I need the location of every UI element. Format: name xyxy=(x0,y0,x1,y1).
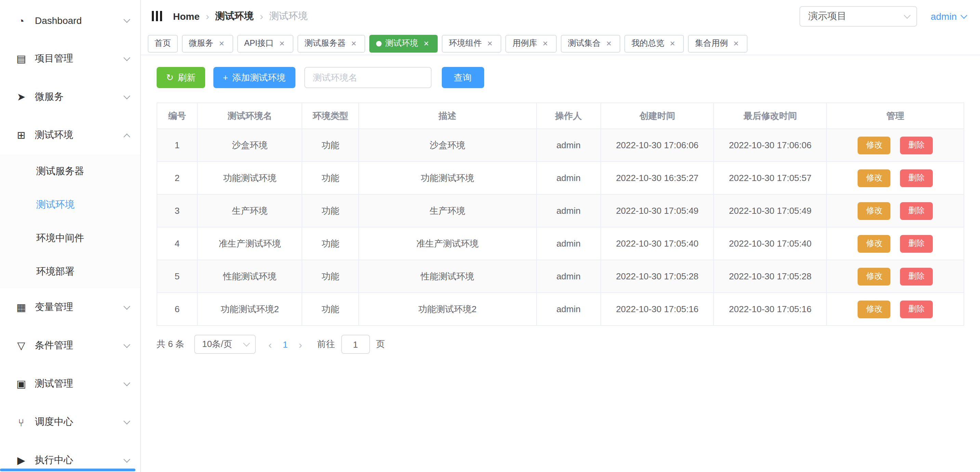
menu-icon: ▤ xyxy=(14,52,29,65)
sidebar-submenu: 测试服务器 测试环境 环境中间件 环境部署 xyxy=(0,154,140,288)
close-icon[interactable]: × xyxy=(668,39,678,48)
column-header: 操作人 xyxy=(536,103,601,129)
tab-label: 集合用例 xyxy=(695,38,728,49)
cell-actions: 修改 删除 xyxy=(827,162,964,194)
close-icon[interactable]: × xyxy=(541,39,550,48)
breadcrumb-home[interactable]: Home xyxy=(173,11,200,22)
cell-id: 2 xyxy=(157,162,197,194)
tags-view-bar: 首页 微服务 × API接口 × xyxy=(141,32,980,55)
delete-button[interactable]: 删除 xyxy=(900,136,933,154)
sidebar-subitem[interactable]: 环境中间件 xyxy=(0,221,140,255)
sidebar-item-label: 变量管理 xyxy=(35,301,124,314)
sidebar-scrollbar[interactable] xyxy=(0,469,135,471)
breadcrumb-current: 测试环境 xyxy=(269,10,308,22)
tab[interactable]: 微服务 × xyxy=(182,35,233,52)
sidebar-item[interactable]: ▽ 条件管理 xyxy=(0,326,140,365)
goto-page-input[interactable] xyxy=(341,335,370,354)
sidebar-item[interactable]: ▤ 项目管理 xyxy=(0,40,140,78)
sidebar-subitem[interactable]: 测试环境 xyxy=(0,188,140,221)
close-icon[interactable]: × xyxy=(732,39,741,48)
header-right: 演示项目 admin xyxy=(799,6,966,26)
tab[interactable]: 用例库 × xyxy=(506,35,557,52)
close-icon[interactable]: × xyxy=(217,39,226,48)
sidebar-item-label: 调度中心 xyxy=(35,416,124,428)
cell-operator: admin xyxy=(536,194,601,227)
current-page-number[interactable]: 1 xyxy=(283,339,288,349)
close-icon[interactable]: × xyxy=(422,39,431,48)
column-header: 管理 xyxy=(827,103,964,129)
menu-icon: ▣ xyxy=(14,378,29,390)
menu-icon: ▽ xyxy=(14,339,29,352)
env-name-input[interactable] xyxy=(304,67,431,88)
tab[interactable]: 环境组件 × xyxy=(442,35,502,52)
close-icon[interactable]: × xyxy=(604,39,614,48)
sidebar-item[interactable]: ▣ 测试管理 xyxy=(0,365,140,403)
sidebar-item[interactable]: ▦ 变量管理 xyxy=(0,288,140,326)
cell-actions: 修改 删除 xyxy=(827,194,964,227)
tab[interactable]: API接口 × xyxy=(237,35,294,52)
delete-button[interactable]: 删除 xyxy=(900,234,933,252)
close-icon[interactable]: × xyxy=(277,39,287,48)
tab[interactable]: 测试环境 × xyxy=(370,35,438,52)
chevron-down-icon xyxy=(123,54,130,61)
hamburger-icon[interactable] xyxy=(152,11,162,21)
tab[interactable]: 集合用例 × xyxy=(688,35,748,52)
cell-modified-time: 2022-10-30 17:05:28 xyxy=(714,260,826,293)
sidebar-subitem-label: 环境部署 xyxy=(36,265,75,278)
user-menu[interactable]: admin xyxy=(931,11,966,22)
add-env-button[interactable]: + 添加测试环境 xyxy=(213,67,295,88)
sidebar-item[interactable]: ⊞ 测试环境 xyxy=(0,116,140,154)
edit-button[interactable]: 修改 xyxy=(858,136,891,154)
delete-button[interactable]: 删除 xyxy=(900,300,933,318)
plus-icon: + xyxy=(223,73,228,82)
delete-button[interactable]: 删除 xyxy=(900,202,933,220)
cell-created-time: 2022-10-30 17:05:16 xyxy=(601,293,714,325)
tab[interactable]: 首页 xyxy=(148,35,178,52)
edit-button[interactable]: 修改 xyxy=(858,234,891,252)
close-icon[interactable]: × xyxy=(485,39,495,48)
sidebar-subitem[interactable]: 测试服务器 xyxy=(0,154,140,188)
edit-button[interactable]: 修改 xyxy=(858,268,891,285)
sidebar-item[interactable]: ◔ Dashboard xyxy=(0,2,140,40)
page-size-value: 10条/页 xyxy=(202,338,232,350)
cell-created-time: 2022-10-30 17:06:06 xyxy=(601,129,714,162)
table-row: 6 功能测试环境2 功能 功能测试环境2 admin 2022-10-30 17… xyxy=(157,293,964,325)
cell-modified-time: 2022-10-30 17:05:40 xyxy=(714,227,826,260)
cell-env-type: 功能 xyxy=(302,227,359,260)
query-button[interactable]: 查询 xyxy=(441,67,484,88)
chevron-down-icon xyxy=(123,456,130,463)
tab[interactable]: 测试服务器 × xyxy=(298,35,366,52)
table-row: 4 准生产测试环境 功能 准生产测试环境 admin 2022-10-30 17… xyxy=(157,227,964,260)
app-root: ◔ Dashboard ▤ 项目管理 ➤ 微服务 xyxy=(0,0,980,472)
table-row: 5 性能测试环境 功能 性能测试环境 admin 2022-10-30 17:0… xyxy=(157,260,964,293)
pagination: 共 6 条 10条/页 ‹ 1 › 前往 页 xyxy=(157,335,964,354)
menu-icon: ➤ xyxy=(14,91,29,103)
delete-button[interactable]: 删除 xyxy=(900,169,933,187)
tab[interactable]: 测试集合 × xyxy=(561,35,620,52)
cell-description: 生产环境 xyxy=(359,194,536,227)
page-size-select[interactable]: 10条/页 xyxy=(194,335,256,354)
edit-button[interactable]: 修改 xyxy=(858,169,891,187)
edit-button[interactable]: 修改 xyxy=(858,202,891,220)
refresh-button[interactable]: ↻ 刷新 xyxy=(157,67,205,88)
menu-icon: ⊞ xyxy=(14,129,29,141)
edit-button[interactable]: 修改 xyxy=(858,300,891,318)
project-select[interactable]: 演示项目 xyxy=(799,6,917,26)
project-select-value: 演示项目 xyxy=(808,10,846,22)
sidebar-item[interactable]: ➤ 微服务 xyxy=(0,78,140,116)
breadcrumb: Home › 测试环境 › 测试环境 xyxy=(173,10,308,22)
sidebar-subitem-label: 环境中间件 xyxy=(36,232,84,244)
next-page-button[interactable]: › xyxy=(299,339,302,350)
sidebar-item[interactable]: ▶ 执行中心 xyxy=(0,441,140,472)
sidebar-item[interactable]: ⑂ 调度中心 xyxy=(0,403,140,441)
delete-button[interactable]: 删除 xyxy=(900,268,933,285)
prev-page-button[interactable]: ‹ xyxy=(269,339,272,350)
cell-modified-time: 2022-10-30 17:06:06 xyxy=(714,129,826,162)
close-icon[interactable]: × xyxy=(349,39,359,48)
breadcrumb-item[interactable]: 测试环境 xyxy=(215,10,254,22)
cell-operator: admin xyxy=(536,129,601,162)
tab[interactable]: 我的总览 × xyxy=(625,35,684,52)
sidebar-subitem[interactable]: 环境部署 xyxy=(0,255,140,288)
active-dot xyxy=(377,41,382,46)
breadcrumb-separator: › xyxy=(260,11,263,21)
